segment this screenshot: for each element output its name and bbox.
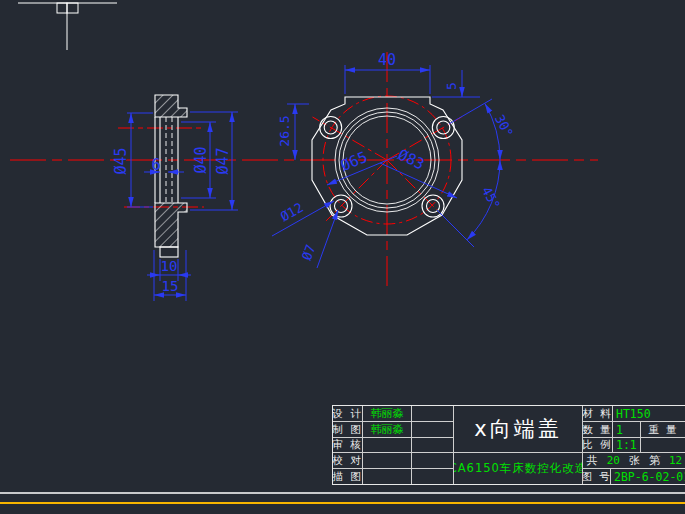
tb-empty-cell: [641, 438, 685, 453]
title-block: 设 计 韩丽淼 制 图 韩丽淼 审 核 校 对 描 图 x向端盖 CA6150车…: [332, 405, 685, 485]
side-view: [155, 95, 187, 257]
tb-empty-cell: [412, 469, 454, 484]
tb-value-design: 韩丽淼: [363, 406, 412, 422]
angle-arc-30: [485, 104, 500, 161]
dim-text-flat-d: 5: [444, 82, 459, 90]
tb-value-trace: [363, 469, 412, 484]
tb-value-drawing-no: 2BP-6-02-012: [611, 469, 685, 484]
dim-text-d83: Ø83: [395, 146, 427, 174]
dim-text-d12: Ø12: [278, 200, 306, 225]
tb-value-scale: 1:1: [613, 438, 641, 453]
dim-text-hub-len: 10: [161, 258, 178, 274]
dim-text-d47: Ø47: [214, 147, 232, 174]
dim-text-d65: Ø65: [338, 148, 370, 175]
tb-empty-cell: [412, 438, 454, 453]
section-hatch-bottom: [155, 203, 187, 247]
tb-value-material: HT150: [613, 406, 685, 422]
sheet-info: 共 20 张 第 12: [583, 453, 685, 469]
dim-text-a45: 45°: [479, 184, 503, 212]
dim-text-d45: Ø45: [112, 147, 130, 174]
tb-label-design: 设 计: [333, 406, 363, 422]
dim-text-a30: 30°: [492, 112, 516, 140]
sheet-total-label: 共: [587, 453, 598, 468]
dim-text-web: 6: [151, 156, 160, 174]
tb-label-scale: 比 例: [583, 438, 613, 453]
tb-label-weight: 重 量: [641, 422, 685, 438]
tb-label-check: 审 核: [333, 438, 363, 453]
tb-empty-cell: [412, 422, 454, 438]
tb-label-drawing-no: 图 号: [583, 469, 611, 484]
part-name: x向端盖: [454, 406, 583, 453]
tb-label-trace: 描 图: [333, 469, 363, 484]
tb-value-qty: 1: [613, 422, 641, 438]
tb-label-proof: 校 对: [333, 453, 363, 469]
sheet-no: 12: [669, 454, 682, 467]
hub-end: [160, 247, 178, 257]
dim-text-d40: Ø40: [192, 146, 210, 173]
sheet-sheet-label: 张: [629, 453, 640, 468]
dim-text-flat-w: 40: [378, 51, 396, 69]
cad-canvas: Ø45 Ø40 Ø47 6 10 15 40 5 26.5 Ø65 Ø83 Ø1…: [0, 0, 685, 514]
section-hatch-top: [155, 95, 187, 117]
dim-text-hub-total: 15: [162, 278, 179, 294]
tb-empty-cell: [412, 453, 454, 469]
sheet-total: 20: [607, 454, 620, 467]
tb-value-check: [363, 438, 412, 453]
dim-text-d7: Ø7: [299, 243, 318, 263]
tb-label-draft: 制 图: [333, 422, 363, 438]
project-name: CA6150车床数控化改造: [454, 453, 583, 484]
sheet-no-label: 第: [649, 453, 660, 468]
tb-value-proof: [363, 453, 412, 469]
tb-label-qty: 数 量: [583, 422, 613, 438]
tb-label-material: 材 料: [583, 406, 613, 422]
tb-empty-cell: [412, 406, 454, 422]
tb-value-draft: 韩丽淼: [363, 422, 412, 438]
dim-text-offset: 26.5: [277, 115, 292, 146]
